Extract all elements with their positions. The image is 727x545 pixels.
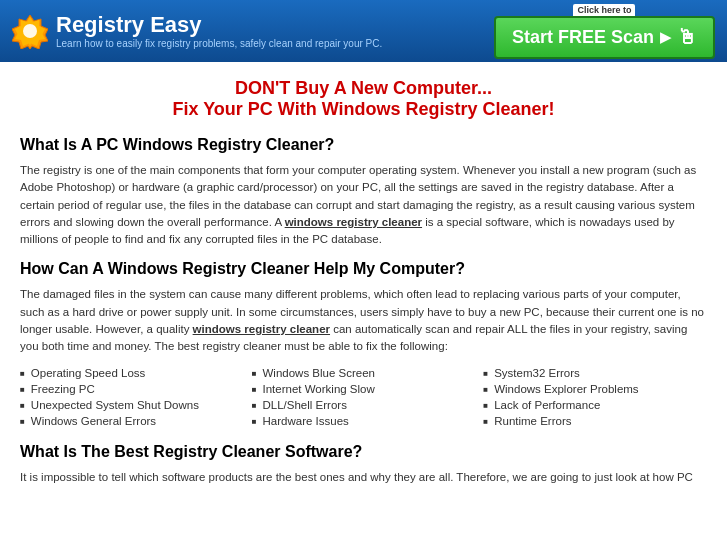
section1-heading: What Is A PC Windows Registry Cleaner? (20, 136, 707, 154)
bullet-col3-item4: Runtime Errors (494, 415, 571, 427)
bullet-col-3: System32 Errors Windows Explorer Problem… (475, 367, 707, 431)
bullet-col2-item2: Internet Working Slow (263, 383, 375, 395)
scan-button[interactable]: Start FREE Scan ▶ 🖱 (494, 16, 715, 59)
bullet-col2-item3: DLL/Shell Errors (263, 399, 347, 411)
logo-title: Registry Easy (56, 13, 382, 37)
logo-text-area: Registry Easy Learn how to easily fix re… (56, 13, 382, 48)
bullet-col3-item3: Lack of Performance (494, 399, 600, 411)
bullet-col-1: Operating Speed Loss Freezing PC Unexpec… (20, 367, 244, 431)
bullet-col2-item1: Windows Blue Screen (263, 367, 376, 379)
main-content: DON'T Buy A New Computer... Fix Your PC … (0, 62, 727, 503)
svg-point-2 (23, 24, 37, 38)
section3-body: It is impossible to tell which software … (20, 469, 707, 486)
logo-subtitle: Learn how to easily fix registry problem… (56, 38, 382, 49)
section3-heading: What Is The Best Registry Cleaner Softwa… (20, 443, 707, 461)
scan-button-area: Click here to Start FREE Scan ▶ 🖱 (494, 4, 715, 59)
bullet-col1-item1: Operating Speed Loss (31, 367, 145, 379)
section2-link: windows registry cleaner (193, 323, 330, 335)
bullet-col1-item4: Windows General Errors (31, 415, 156, 427)
list-item: Windows Blue Screen (252, 367, 468, 379)
list-item: Operating Speed Loss (20, 367, 236, 379)
headline-line2: Fix Your PC With Windows Registry Cleane… (20, 99, 707, 120)
bullet-col3-item1: System32 Errors (494, 367, 580, 379)
header: Registry Easy Learn how to easily fix re… (0, 0, 727, 62)
bullet-col-2: Windows Blue Screen Internet Working Slo… (244, 367, 476, 431)
arrow-icon: ▶ (660, 29, 671, 45)
list-item: Lack of Performance (483, 399, 699, 411)
bullet-section: Operating Speed Loss Freezing PC Unexpec… (20, 367, 707, 431)
main-headline: DON'T Buy A New Computer... Fix Your PC … (20, 78, 707, 120)
section2-body: The damaged files in the system can caus… (20, 286, 707, 355)
bullet-col2-item4: Hardware Issues (263, 415, 349, 427)
bullet-col1-item3: Unexpected System Shut Downs (31, 399, 199, 411)
mouse-icon: 🖱 (677, 26, 697, 49)
list-item: Hardware Issues (252, 415, 468, 427)
click-here-label: Click here to (573, 4, 635, 16)
bullet-col3-item2: Windows Explorer Problems (494, 383, 638, 395)
logo-icon (12, 13, 48, 49)
list-item: Unexpected System Shut Downs (20, 399, 236, 411)
section1-bold: windows registry cleaner (285, 216, 422, 228)
bullet-col1-item2: Freezing PC (31, 383, 95, 395)
list-item: Internet Working Slow (252, 383, 468, 395)
logo-area: Registry Easy Learn how to easily fix re… (12, 13, 382, 49)
list-item: Windows Explorer Problems (483, 383, 699, 395)
headline-line1: DON'T Buy A New Computer... (20, 78, 707, 99)
list-item: DLL/Shell Errors (252, 399, 468, 411)
section2-heading: How Can A Windows Registry Cleaner Help … (20, 260, 707, 278)
list-item: Freezing PC (20, 383, 236, 395)
list-item: Windows General Errors (20, 415, 236, 427)
section1-body: The registry is one of the main componen… (20, 162, 707, 248)
scan-button-label: Start FREE Scan (512, 27, 654, 48)
list-item: System32 Errors (483, 367, 699, 379)
list-item: Runtime Errors (483, 415, 699, 427)
